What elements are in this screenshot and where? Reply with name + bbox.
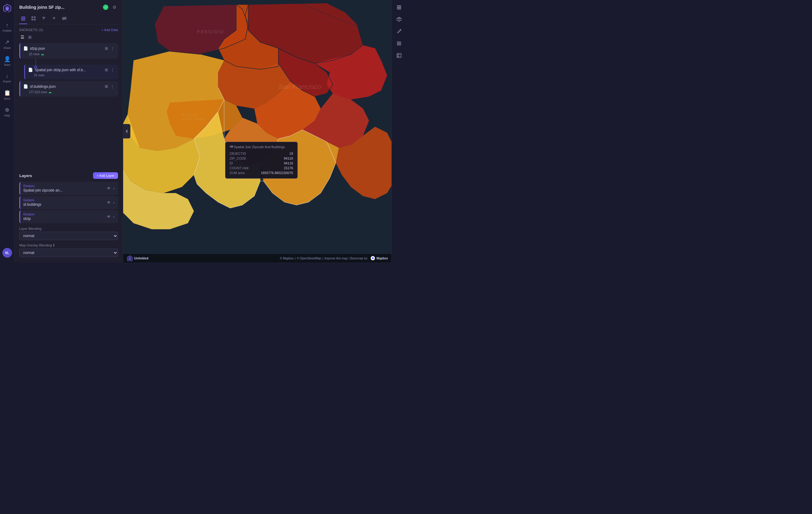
map-tooltip: 🗺 Spatial Join Zipcode And Buildings OBJ… — [225, 142, 298, 179]
sidebar-item-team[interactable]: 👤 Team — [1, 53, 13, 69]
dataset-more-btn[interactable]: ⋮ — [110, 46, 115, 51]
sidebar-item-docs[interactable]: 📋 Docs — [1, 87, 13, 102]
view-toggle: ☰ ⊞ — [19, 34, 118, 40]
overlay-info-icon[interactable]: ℹ — [53, 243, 55, 247]
right-icon-draw[interactable] — [394, 27, 404, 36]
overlay-blending-select[interactable]: normal — [19, 248, 118, 257]
svg-rect-37 — [397, 5, 401, 6]
right-icon-layers[interactable] — [394, 2, 404, 12]
map-credits: © Mapbox | © OpenStreetMap | Improve thi… — [280, 256, 388, 261]
mapbox-brand: Mapbox — [376, 257, 388, 260]
svg-rect-5 — [21, 20, 25, 21]
collapse-panel-btn[interactable] — [123, 124, 130, 139]
sidebar-item-publish[interactable]: ↑ Publish — [1, 19, 13, 35]
sidebar-item-share[interactable]: ↗ Share — [1, 36, 13, 52]
dataset-item-sfzip: 📄 sfzip.json ⊞ ⋮ 25 rows ☁ — [19, 43, 118, 59]
tooltip-row-id: ID 94116 — [230, 161, 293, 165]
header-icons: ✓ ⚙ — [103, 4, 118, 11]
user-avatar[interactable]: XL — [2, 248, 12, 258]
connect-dot — [34, 66, 37, 69]
dataset-name-sfzip: sfzip.json — [30, 47, 45, 51]
map-svg: PRESIDIO San Francisco GOLDEN GATE PARK — [123, 0, 392, 263]
bottom-bar: Unfolded © Mapbox | © OpenStreetMap | Im… — [123, 254, 392, 263]
layer-name-1: Spatial join zipcode an... — [23, 188, 106, 192]
tab-grid[interactable] — [30, 13, 37, 24]
svg-rect-44 — [397, 43, 401, 44]
tab-layers[interactable] — [19, 13, 27, 24]
dataset-rows-sfbuildings: 177,023 rows — [29, 90, 47, 94]
layer-visibility-btn-1[interactable]: 👁 — [106, 185, 111, 191]
svg-text:GOLDEN: GOLDEN — [182, 114, 198, 117]
panel-header: Building joins SF zip... ✓ ⚙ — [14, 0, 123, 13]
svg-text:San Francisco: San Francisco — [279, 83, 321, 90]
tab-filter[interactable] — [40, 13, 48, 24]
right-sidebar — [392, 0, 406, 263]
mapbox-logo-icon — [370, 256, 375, 261]
dataset-rows-spatial: 25 rows — [34, 73, 45, 77]
dataset-table-btn-2[interactable]: ⊞ — [104, 67, 109, 73]
left-sidebar: ↑ Publish ↗ Share 👤 Team ↓ Export 📋 Docs… — [0, 0, 14, 263]
datasets-header: Datasets (3) + Add Data — [19, 28, 118, 32]
add-layer-button[interactable]: + Add Layer — [93, 172, 118, 179]
panel-title: Building joins SF zip... — [19, 5, 64, 10]
sidebar-item-export[interactable]: ↓ Export — [1, 70, 13, 86]
svg-rect-43 — [397, 42, 401, 42]
svg-rect-49 — [398, 56, 399, 57]
dataset-more-btn-3[interactable]: ⋮ — [110, 84, 115, 89]
layer-type-3: Geojson — [23, 213, 106, 216]
main-panel: Building joins SF zip... ✓ ⚙ Datasets (3… — [14, 0, 123, 263]
svg-rect-8 — [31, 19, 33, 21]
app-logo[interactable] — [2, 2, 13, 13]
osm-link[interactable]: © OpenStreetMap — [297, 257, 321, 260]
cloud-sync-icon-2: ☁ — [48, 90, 52, 94]
layer-expand-btn-3[interactable]: › — [113, 214, 115, 220]
dataset-item-sfbuildings: 📄 sf.buildings.json ⊞ ⋮ 177,023 rows ☁ — [19, 81, 118, 96]
svg-rect-45 — [397, 44, 401, 46]
mapbox-link[interactable]: © Mapbox — [280, 257, 294, 260]
sidebar-item-help[interactable]: ⊕ Help — [1, 104, 13, 119]
improve-map-link[interactable]: Improve this map — [324, 257, 348, 260]
tooltip-row-count: COUNT mblr 15176 — [230, 165, 293, 171]
unfolded-logo: Unfolded — [127, 255, 148, 261]
add-data-button[interactable]: + Add Data — [102, 28, 118, 32]
dataset-table-btn-3[interactable]: ⊞ — [104, 84, 109, 89]
layer-expand-btn-2[interactable]: › — [113, 200, 115, 205]
tab-bar — [14, 13, 123, 24]
layer-expand-btn-1[interactable]: › — [113, 185, 115, 191]
svg-text:PRESIDIO: PRESIDIO — [197, 29, 225, 34]
list-view-btn[interactable]: ☰ — [19, 34, 26, 40]
layers-section: Layers + Add Layer Geojson Spatial join … — [14, 169, 123, 224]
dataset-rows-sfzip: 25 rows — [29, 53, 39, 56]
grid-view-btn[interactable]: ⊞ — [27, 34, 33, 40]
right-icon-3d[interactable] — [394, 14, 404, 24]
layer-blending-label: Layer Blending — [19, 227, 118, 231]
layer-name-2: sf.buildings — [23, 203, 106, 207]
settings-icon[interactable]: ⚙ — [111, 4, 118, 11]
layer-visibility-btn-3[interactable]: 👁 — [106, 214, 111, 220]
tab-effects[interactable] — [50, 13, 58, 24]
layer-item-spatial-join: Geojson Spatial join zipcode an... 👁 › — [19, 182, 118, 195]
svg-rect-7 — [34, 16, 36, 18]
right-icon-legend[interactable] — [394, 51, 404, 60]
layers-label: Layers — [19, 174, 32, 178]
dataset-table-btn[interactable]: ⊞ — [104, 46, 109, 51]
layers-header: Layers + Add Layer — [14, 169, 123, 181]
tab-map[interactable] — [60, 13, 68, 24]
status-indicator: ✓ — [103, 4, 108, 10]
layer-visibility-btn-2[interactable]: 👁 — [106, 200, 111, 205]
right-icon-list[interactable] — [394, 39, 404, 48]
svg-rect-46 — [397, 53, 401, 58]
layer-blending-select[interactable]: normal — [19, 232, 118, 240]
svg-marker-34 — [128, 257, 131, 261]
layer-type-1: Geojson — [23, 184, 106, 188]
svg-text:GATE PARK: GATE PARK — [182, 117, 204, 121]
dataset-more-btn-2[interactable]: ⋮ — [110, 67, 115, 73]
tooltip-title: 🗺 Spatial Join Zipcode And Buildings — [230, 145, 293, 149]
datasets-label: Datasets (3) — [19, 28, 43, 32]
datasets-section: Datasets (3) + Add Data ☰ ⊞ 📄 sfzip.json… — [14, 24, 123, 169]
overlay-blending-label: Map Overlay Blending ℹ — [19, 243, 118, 247]
tooltip-row-sum: SUM area 1893776.8602150076 — [230, 171, 293, 175]
file-icon-3: 📄 — [23, 84, 28, 89]
cloud-sync-icon: ☁ — [41, 52, 44, 56]
map-container[interactable]: PRESIDIO San Francisco GOLDEN GATE PARK … — [123, 0, 392, 263]
